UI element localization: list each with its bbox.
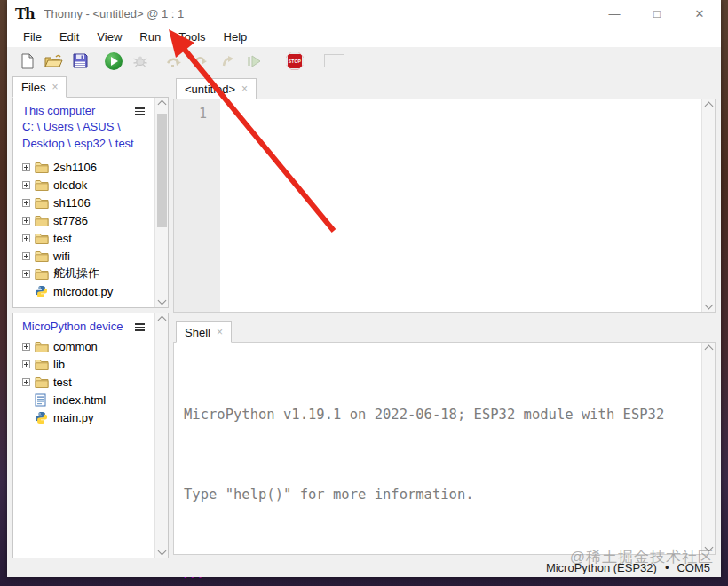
tree-item[interactable]: wifi [13,247,168,265]
expand-icon[interactable] [22,343,30,351]
tree-item[interactable]: sh1106 [13,194,168,211]
files-panel-header: This computer [13,98,168,117]
folder-icon [35,196,49,210]
editor-scrollbar[interactable] [701,99,715,312]
tree-item-label: index.html [53,393,106,407]
panel-menu-icon[interactable] [135,323,145,331]
resume-button[interactable] [243,51,265,72]
tree-item-label: wifi [53,249,70,263]
tree-item-label: microdot.py [53,285,113,298]
folder-icon [35,178,49,192]
shell[interactable]: MicroPython v1.19.1 on 2022-06-18; ESP32… [173,342,716,555]
tab-close-icon[interactable]: × [241,83,248,95]
expand-icon[interactable] [22,199,30,207]
tree-item[interactable]: index.html [13,391,168,408]
tab-shell-label: Shell [185,326,210,339]
menu-run[interactable]: Run [131,28,170,46]
tab-untitled[interactable]: <untitled> × [176,78,257,99]
scroll-up-icon[interactable] [157,316,166,325]
scroll-up-icon[interactable] [157,100,166,109]
step-out-icon [221,55,233,67]
micropython-device-panel: MicroPython device common lib test index… [12,313,169,558]
scroll-up-icon[interactable] [704,102,713,111]
new-file-button[interactable] [16,51,37,72]
expand-icon[interactable] [22,360,30,368]
open-file-button[interactable] [43,51,64,72]
new-file-icon [20,53,34,69]
tree-item[interactable]: microdot.py [13,282,168,300]
open-folder-icon [44,54,63,68]
expand-icon[interactable] [22,181,30,189]
maximize-button[interactable]: □ [636,0,678,27]
tab-close-icon[interactable]: × [51,81,58,93]
menu-file[interactable]: File [14,28,51,46]
scroll-up-icon[interactable] [704,345,713,354]
tree-item[interactable]: 舵机操作 [13,265,168,282]
tab-shell[interactable]: Shell × [176,321,232,343]
shell-help-line: Type "help()" for more information. [184,481,715,508]
expand-icon[interactable] [22,163,30,171]
folder-icon [35,232,49,245]
menu-bar: File Edit View Run Tools Help [7,27,721,47]
run-icon [105,52,123,70]
tree-item[interactable]: st7786 [13,211,168,229]
tab-files-label: Files [21,81,45,94]
scroll-down-icon[interactable] [157,547,166,556]
debug-script-button[interactable] [130,51,151,72]
expand-icon[interactable] [22,234,30,242]
tab-files[interactable]: Files × [12,76,67,98]
tree-item[interactable]: test [13,229,168,247]
toolbar: STOP [7,47,721,75]
folder-icon [35,214,49,227]
expand-icon[interactable] [22,378,30,386]
tree-item[interactable]: test [13,373,168,391]
stop-restart-button[interactable]: STOP [284,51,305,72]
run-script-button[interactable] [103,51,124,72]
folder-icon [35,161,49,174]
tree-item[interactable]: lib [13,355,168,373]
tree-item-label: st7786 [53,214,88,227]
expand-icon[interactable] [22,217,30,225]
minimize-button[interactable]: — [593,0,636,27]
folder-icon [35,249,49,263]
ukraine-flag-button[interactable] [323,51,344,72]
tree-item[interactable]: common [13,337,168,355]
step-over-button[interactable] [163,51,185,72]
files-path: C: \ Users \ ASUS \ Desktop \ esp32 \ te… [13,117,168,154]
folder-icon [35,358,49,371]
tree-item[interactable]: 2sh1106 [13,158,168,176]
editor: 1 [173,99,716,313]
tab-close-icon[interactable]: × [217,326,223,338]
menu-view[interactable]: View [88,28,131,46]
save-file-button[interactable] [69,51,91,72]
expand-icon[interactable] [22,252,30,260]
tree-item[interactable]: oledok [13,176,168,194]
bug-icon [132,54,148,68]
scrollbar-thumb[interactable] [157,114,167,227]
scroll-down-icon[interactable] [704,301,713,310]
close-button[interactable]: ✕ [678,0,721,27]
scroll-down-icon[interactable] [157,297,166,305]
folder-icon [35,340,49,353]
python-file-icon [35,285,49,298]
tree-item-label: test [53,376,72,389]
step-over-icon [166,55,182,67]
panel-menu-icon[interactable] [135,107,145,115]
menu-tools[interactable]: Tools [170,28,214,46]
save-floppy-icon [73,53,88,68]
menu-edit[interactable]: Edit [51,28,88,46]
watermark: @稀土掘金技术社区 [570,547,714,567]
step-into-button[interactable] [190,51,211,72]
stop-sign-icon: STOP [286,52,304,70]
tree-item-label: lib [53,358,65,371]
shell-scrollbar[interactable] [701,343,715,554]
files-scrollbar[interactable] [154,98,168,307]
step-out-button[interactable] [217,51,238,72]
tree-item[interactable]: main.py [13,408,168,426]
device-panel-label: MicroPython device [22,320,123,333]
expand-icon[interactable] [22,270,30,278]
menu-help[interactable]: Help [215,28,257,46]
window-controls: — □ ✕ [593,0,721,27]
device-scrollbar[interactable] [154,313,168,558]
editor-code-area[interactable] [220,99,701,312]
